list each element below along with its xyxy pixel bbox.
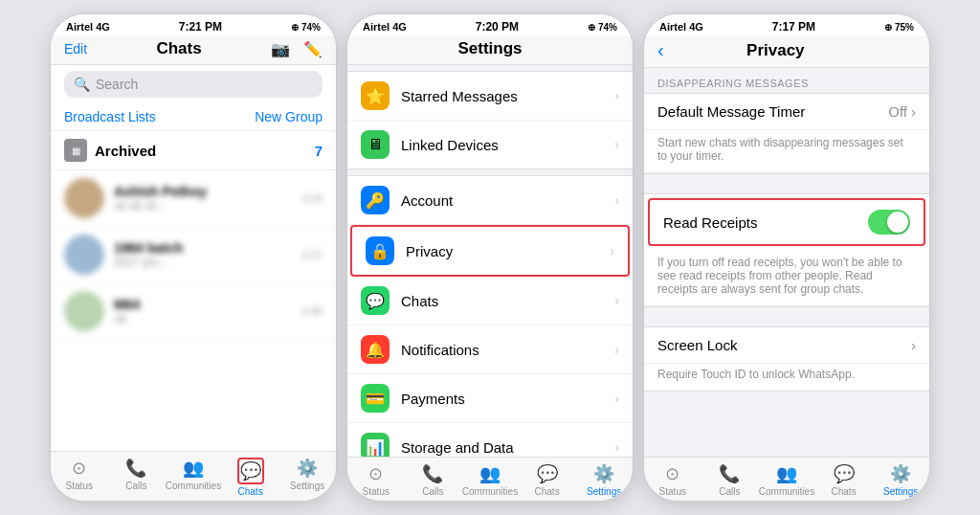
screen-lock-desc: Require Touch ID to unlock WhatsApp. [644,364,929,391]
screen-lock-label: Screen Lock [657,337,737,353]
account-item[interactable]: 🔑 Account › [347,176,633,225]
wifi-icon-3: ⊕ [884,22,892,33]
chats-icon: 💬 [361,286,390,315]
tab-settings-1[interactable]: ⚙️ Settings [278,458,336,497]
chat-time-2: 2:17 [302,249,323,260]
status-tab-icon: ⊙ [72,458,86,479]
tab-status-2[interactable]: ⊙ Status [347,463,405,497]
archived-label: Archived [95,143,307,159]
tab-communities-1[interactable]: 👥 Communities [165,458,222,497]
linked-icon: 🖥 [361,130,390,159]
calls-tab-icon: 📞 [125,458,146,479]
chat-preview-2: 2017 pm... [114,256,293,269]
chat-content-2: 1984 batch 2017 pm... [114,240,293,269]
tab-status-1[interactable]: ⊙ Status [51,458,108,497]
tab-communities-3[interactable]: 👥 Communities [758,463,815,497]
read-receipts-toggle[interactable] [868,210,910,235]
read-receipts-row[interactable]: Read Receipts [648,198,925,246]
tab-calls-3[interactable]: 📞 Calls [702,463,759,497]
settings-tab-label: Settings [290,481,324,491]
tab-calls-1[interactable]: 📞 Calls [108,458,166,497]
privacy-item[interactable]: 🔒 Privacy › [350,225,630,277]
starred-label: Starred Messages [401,88,603,104]
tab-settings-3[interactable]: ⚙️ Settings [872,463,929,497]
chevron-icon-8: › [614,439,619,455]
quick-links: Broadcast Lists New Group [51,103,336,131]
chat-item-2[interactable]: 1984 batch 2017 pm... 2:17 [51,227,336,283]
avatar-3 [64,291,104,331]
chevron-icon-4: › [610,243,614,258]
chat-preview-3: ok. [114,312,293,325]
read-receipts-section: Read Receipts If you turn off read recei… [644,193,929,307]
starred-messages-item[interactable]: ⭐ Starred Messages › [347,72,633,121]
privacy-label: Privacy [406,243,598,259]
tab-chats-3[interactable]: 💬 Chats [815,463,873,497]
new-group-link[interactable]: New Group [255,109,323,124]
carrier-1: Airtel 4G [66,21,110,33]
chat-preview-1: ok ok ok... [114,199,293,213]
chat-item-3[interactable]: M64 ok. 1:40 [51,283,336,340]
calls-tab-label-2: Calls [422,486,443,497]
search-placeholder: Search [96,77,138,92]
read-receipts-desc: If you turn off read receipts, you won't… [644,250,929,306]
default-timer-label: Default Message Timer [657,103,805,120]
archived-row[interactable]: ▦ Archived 7 [51,131,336,170]
payments-item[interactable]: 💳 Payments › [347,374,633,423]
read-receipts-label: Read Receipts [663,214,757,231]
status-bar-2: Airtel 4G 7:20 PM ⊕ 74% [347,14,633,35]
tab-status-3[interactable]: ⊙ Status [644,463,702,497]
tab-communities-2[interactable]: 👥 Communities [461,463,519,497]
settings-nav: Settings [347,35,633,65]
chevron-icon: › [614,88,619,103]
compose-icon[interactable]: ✏️ [303,40,323,58]
default-timer-item[interactable]: Default Message Timer Off › [644,94,929,130]
disappearing-section: Default Message Timer Off › Start new ch… [644,93,929,174]
communities-tab-label: Communities [166,481,221,491]
screen-lock-item[interactable]: Screen Lock › [644,327,929,364]
carrier-2: Airtel 4G [363,21,407,33]
status-tab-icon-2: ⊙ [368,463,383,484]
tab-chats-1[interactable]: 💬 Chats [222,458,279,497]
linked-devices-item[interactable]: 🖥 Linked Devices › [347,121,633,168]
chat-list: Ashish Pethoy ok ok ok... 3:14 1984 batc… [51,170,336,451]
calls-tab-label-3: Calls [719,486,740,497]
battery-1: 74% [301,22,321,33]
settings-tab-icon-2: ⚙️ [593,463,614,484]
edit-button[interactable]: Edit [64,41,87,56]
settings-nav-title: Settings [457,39,522,58]
communities-tab-label-3: Communities [759,486,814,497]
starred-icon: ⭐ [361,81,390,110]
section-divider [644,174,929,193]
chat-name-3: M64 [114,297,293,312]
time-3: 7:17 PM [772,20,815,34]
camera-icon[interactable]: 📷 [271,40,290,58]
search-bar[interactable]: 🔍 Search [64,71,323,98]
back-button[interactable]: ‹ [657,39,664,61]
tab-settings-2[interactable]: ⚙️ Settings [575,463,633,497]
nav-action-icons: 📷 ✏️ [271,40,323,58]
chats-item[interactable]: 💬 Chats › [347,277,633,325]
screen-lock-chevron: › [911,337,916,353]
chat-time-3: 1:40 [302,305,323,317]
status-icons-2: ⊕ 74% [588,22,617,33]
time-1: 7:21 PM [179,20,222,34]
chat-item-1[interactable]: Ashish Pethoy ok ok ok... 3:14 [51,170,336,227]
default-timer-value: Off › [888,103,916,120]
status-icons-1: ⊕ 74% [291,22,321,33]
chats-nav-title: Chats [156,39,201,58]
tab-calls-2[interactable]: 📞 Calls [405,463,462,497]
screen-lock-section: Screen Lock › Require Touch ID to unlock… [644,326,929,392]
notifications-item[interactable]: 🔔 Notifications › [347,325,633,374]
notifications-label: Notifications [401,342,603,358]
avatar-2 [64,235,104,275]
storage-item[interactable]: 📊 Storage and Data › [347,423,633,457]
chats-tab-icon-2: 💬 [537,463,558,484]
phone-chats: Airtel 4G 7:21 PM ⊕ 74% Edit Chats 📷 ✏️ … [50,13,337,502]
battery-2: 74% [598,22,617,33]
broadcast-lists-link[interactable]: Broadcast Lists [64,109,156,124]
calls-tab-label: Calls [125,481,146,491]
settings-section-2: 🔑 Account › 🔒 Privacy › 💬 Chats › 🔔 Noti… [347,175,633,457]
tab-chats-2[interactable]: 💬 Chats [519,463,576,497]
search-icon: 🔍 [74,77,90,92]
status-tab-icon-3: ⊙ [665,463,679,484]
